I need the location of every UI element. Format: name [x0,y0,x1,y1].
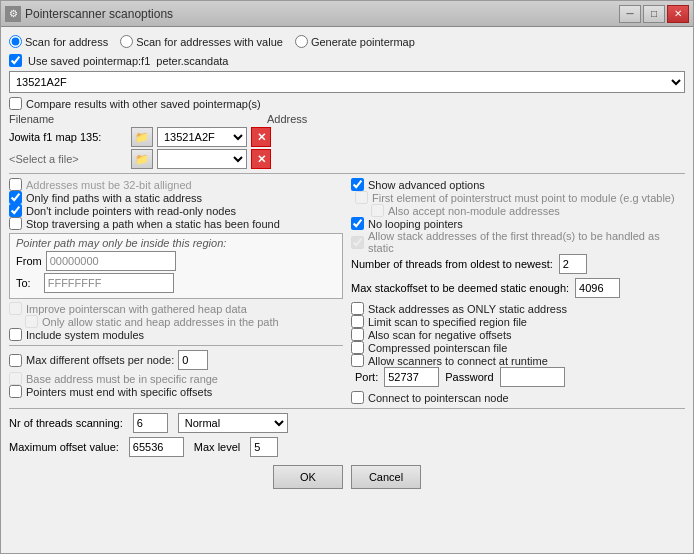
saved-pointermap-row: Use saved pointermap:f1 peter.scandata [9,54,685,67]
allow-connect-checkbox[interactable] [351,354,364,367]
max-stack-input[interactable] [575,278,620,298]
allow-stack-row[interactable]: Allow stack addresses of the first threa… [351,230,685,254]
include-system-checkbox[interactable] [9,328,22,341]
allow-stack-checkbox[interactable] [351,236,364,249]
max-offsets-input[interactable] [178,350,208,370]
minimize-button[interactable]: ─ [619,5,641,23]
address-select[interactable]: 13521A2F [9,71,685,93]
close-button[interactable]: ✕ [667,5,689,23]
show-advanced-row[interactable]: Show advanced options [351,178,685,191]
no-readonly-checkbox[interactable] [9,204,22,217]
compare-checkbox-row[interactable]: Compare results with other saved pointer… [9,97,685,110]
show-advanced-checkbox[interactable] [351,178,364,191]
restore-button[interactable]: □ [643,5,665,23]
compressed-label: Compressed pointerscan file [368,342,507,354]
file-row-2-name: <Select a file> [9,153,127,165]
compare-label: Compare results with other saved pointer… [26,98,261,110]
threads-oldest-input[interactable] [559,254,587,274]
to-input[interactable] [44,273,174,293]
allow-stack-label: Allow stack addresses of the first threa… [368,230,685,254]
max-level-input[interactable] [250,437,278,457]
file-row-1-folder-btn[interactable]: 📁 [131,127,153,147]
cancel-button[interactable]: Cancel [351,465,421,489]
file-row-2-delete-btn[interactable]: ✕ [251,149,271,169]
file-row-2-folder-btn[interactable]: 📁 [131,149,153,169]
generate-radio[interactable] [295,35,308,48]
max-offsets-checkbox[interactable] [9,354,22,367]
addr-32bit-checkbox[interactable] [9,178,22,191]
no-looping-checkbox[interactable] [351,217,364,230]
compressed-row[interactable]: Compressed pointerscan file [351,341,685,354]
improve-heap-row[interactable]: Improve pointerscan with gathered heap d… [9,302,343,315]
allow-connect-label: Allow scanners to connect at runtime [368,355,548,367]
bottom-row-2: Maximum offset value: Max level [9,437,685,457]
max-stack-row: Max stackoffset to be deemed static enou… [351,278,685,298]
file-row-1-name: Jowita f1 map 135: [9,131,127,143]
static-addr-row[interactable]: Only find paths with a static address [9,191,343,204]
improve-heap-checkbox[interactable] [9,302,22,315]
scan-address-radio[interactable] [9,35,22,48]
show-advanced-label: Show advanced options [368,179,485,191]
base-range-row[interactable]: Base address must be in specific range [9,372,343,385]
static-heap-label: Only allow static and heap addresses in … [42,316,279,328]
static-addr-checkbox[interactable] [9,191,22,204]
include-system-row[interactable]: Include system modules [9,328,343,341]
scan-value-radio[interactable] [120,35,133,48]
window-title: Pointerscanner scanoptions [25,7,173,21]
max-stack-label: Max stackoffset to be deemed static enou… [351,282,569,294]
password-input[interactable] [500,367,565,387]
table-headers: Filename Address [9,113,685,125]
accept-non-module-row[interactable]: Also accept non-module addresses [351,204,685,217]
static-heap-row[interactable]: Only allow static and heap addresses in … [9,315,343,328]
first-element-checkbox[interactable] [355,191,368,204]
connect-node-row[interactable]: Connect to pointerscan node [351,391,685,404]
stack-only-checkbox[interactable] [351,302,364,315]
max-offset-label: Maximum offset value: [9,441,119,453]
scan-value-option[interactable]: Scan for addresses with value [120,35,283,48]
limit-region-checkbox[interactable] [351,315,364,328]
from-input[interactable] [46,251,176,271]
connect-node-label: Connect to pointerscan node [368,392,509,404]
static-heap-checkbox[interactable] [25,315,38,328]
allow-connect-row[interactable]: Allow scanners to connect at runtime [351,354,685,367]
priority-select[interactable]: Idle Below Normal Normal Above Normal Hi… [178,413,288,433]
base-range-checkbox[interactable] [9,372,22,385]
file-row-2-address-select[interactable] [157,149,247,169]
addr-32bit-row[interactable]: Addresses must be 32-bit alligned [9,178,343,191]
no-looping-row[interactable]: No looping pointers [351,217,685,230]
limit-region-label: Limit scan to specified region file [368,316,527,328]
stack-only-row[interactable]: Stack addresses as ONLY static address [351,302,685,315]
first-element-row[interactable]: First element of pointerstruct must poin… [351,191,685,204]
connect-node-checkbox[interactable] [351,391,364,404]
nr-threads-label: Nr of threads scanning: [9,417,123,429]
compressed-checkbox[interactable] [351,341,364,354]
negative-offsets-row[interactable]: Also scan for negative offsets [351,328,685,341]
bottom-row-1: Nr of threads scanning: Idle Below Norma… [9,413,685,433]
compare-checkbox[interactable] [9,97,22,110]
generate-option[interactable]: Generate pointermap [295,35,415,48]
base-range-label: Base address must be in specific range [26,373,218,385]
scan-type-group: Scan for address Scan for addresses with… [9,35,685,48]
max-offsets-row[interactable]: Max different offsets per node: [9,350,343,370]
app-icon: ⚙ [5,6,21,22]
main-window: ⚙ Pointerscanner scanoptions ─ □ ✕ Scan … [0,0,694,554]
no-readonly-row[interactable]: Don't include pointers with read-only no… [9,204,343,217]
max-offset-input[interactable] [129,437,184,457]
ok-button[interactable]: OK [273,465,343,489]
pointers-end-row[interactable]: Pointers must end with specific offsets [9,385,343,398]
stop-traversing-checkbox[interactable] [9,217,22,230]
nr-threads-input[interactable] [133,413,168,433]
file-row-1-delete-btn[interactable]: ✕ [251,127,271,147]
use-saved-checkbox[interactable] [9,54,22,67]
negative-offsets-checkbox[interactable] [351,328,364,341]
limit-region-row[interactable]: Limit scan to specified region file [351,315,685,328]
file-row-1-address-select[interactable]: 13521A2F [157,127,247,147]
improve-heap-label: Improve pointerscan with gathered heap d… [26,303,247,315]
scan-address-option[interactable]: Scan for address [9,35,108,48]
port-label: Port: [355,371,378,383]
stop-traversing-row[interactable]: Stop traversing a path when a static has… [9,217,343,230]
use-saved-label: Use saved pointermap:f1 [28,55,150,67]
port-input[interactable] [384,367,439,387]
accept-non-module-checkbox[interactable] [371,204,384,217]
pointers-end-checkbox[interactable] [9,385,22,398]
